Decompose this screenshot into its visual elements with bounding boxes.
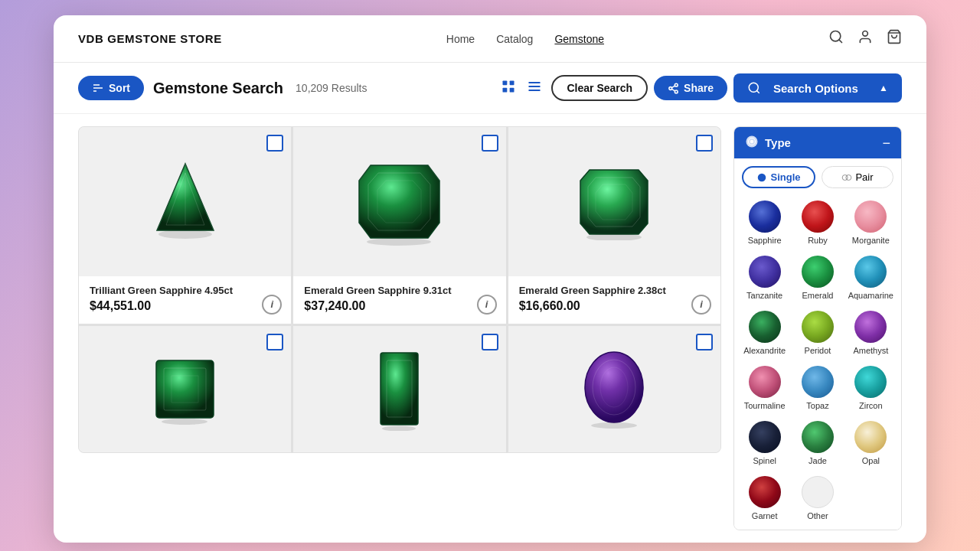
type-section-header: Type − — [734, 127, 901, 158]
svg-point-50 — [750, 140, 754, 144]
gem-type-item[interactable]: Topaz — [792, 361, 843, 415]
product-card — [78, 325, 292, 453]
gem-type-item[interactable]: Ruby — [792, 196, 843, 249]
gem-label: Aquamarine — [848, 291, 893, 300]
gem-circle — [749, 366, 781, 398]
product-image — [79, 326, 291, 452]
svg-rect-37 — [156, 360, 214, 418]
gem-type-item[interactable]: Aquamarine — [845, 251, 897, 305]
single-type-button[interactable]: Single — [742, 166, 815, 188]
expand-icon: ▲ — [879, 83, 888, 93]
gem-type-item[interactable]: Alexandrite — [739, 306, 790, 360]
gem-label: Other — [807, 511, 828, 520]
search-title: Gemstone Search — [153, 80, 283, 97]
svg-rect-7 — [503, 80, 508, 85]
svg-line-1 — [839, 40, 842, 43]
gem-type-item[interactable]: Spinel — [739, 416, 790, 470]
product-image — [79, 127, 291, 276]
clear-search-button[interactable]: Clear Search — [551, 75, 648, 101]
grid-view-icon[interactable] — [498, 77, 519, 99]
gem-circle — [802, 366, 834, 398]
type-section-icon — [745, 135, 759, 151]
product-checkbox[interactable] — [482, 135, 498, 152]
info-button[interactable]: i — [262, 295, 282, 315]
gem-oval-purple — [580, 347, 648, 430]
gem-circle — [854, 256, 887, 288]
share-button[interactable]: Share — [654, 76, 727, 100]
app-window: VDB GEMSTONE STORE Home Catalog Gemstone… — [54, 15, 926, 543]
gem-label: Alexandrite — [743, 346, 786, 355]
svg-point-47 — [591, 422, 637, 429]
gem-type-item[interactable]: Tourmaline — [739, 361, 790, 415]
gem-type-item[interactable]: Opal — [845, 416, 897, 470]
svg-rect-8 — [510, 80, 514, 85]
sort-button[interactable]: Sort — [78, 76, 144, 100]
type-toggle: Single Pair — [734, 158, 901, 193]
nav-gemstone[interactable]: Gemstone — [554, 33, 604, 45]
type-label: Type — [765, 136, 882, 149]
svg-line-18 — [671, 86, 675, 87]
gem-circle-other — [802, 476, 834, 508]
gem-label: Spinel — [753, 456, 776, 465]
pair-type-button[interactable]: Pair — [822, 166, 893, 188]
cart-icon[interactable] — [887, 29, 902, 48]
logo: VDB GEMSTONE STORE — [78, 32, 222, 45]
product-checkbox[interactable] — [696, 135, 713, 152]
gem-label: Jade — [808, 456, 827, 465]
info-button[interactable]: i — [477, 295, 497, 315]
product-checkbox[interactable] — [266, 135, 283, 152]
gem-type-item[interactable]: Morganite — [845, 196, 897, 249]
product-card: Emerald Green Sapphire 2.38ct $16,660.00… — [508, 126, 721, 324]
gem-type-item[interactable]: Garnet — [739, 471, 790, 525]
collapse-icon[interactable]: − — [882, 136, 890, 150]
gem-type-item[interactable]: Jade — [792, 416, 843, 470]
svg-point-43 — [382, 426, 416, 432]
gem-circle — [749, 311, 781, 343]
gem-circle — [749, 201, 781, 233]
list-view-icon[interactable] — [524, 77, 545, 99]
gem-type-item[interactable]: Emerald — [792, 251, 843, 305]
gem-circle — [802, 311, 834, 343]
info-button[interactable]: i — [691, 295, 711, 315]
gem-type-item[interactable]: Peridot — [792, 306, 843, 360]
product-card: Trilliant Green Sapphire 4.95ct $44,551.… — [78, 126, 292, 324]
product-checkbox[interactable] — [482, 334, 498, 350]
gem-circle — [854, 201, 887, 233]
header-icons — [828, 29, 902, 48]
product-name: Emerald Green Sapphire 9.31ct — [304, 284, 495, 298]
gem-label: Zircon — [859, 401, 883, 410]
search-icon[interactable] — [828, 29, 844, 48]
gem-label: Topaz — [806, 401, 828, 410]
product-name: Emerald Green Sapphire 2.38ct — [519, 284, 710, 298]
nav-catalog[interactable]: Catalog — [496, 33, 533, 45]
gem-type-item[interactable]: Tanzanite — [739, 251, 790, 305]
gem-emerald-cut-green — [355, 158, 443, 246]
svg-marker-33 — [580, 170, 648, 234]
gem-label: Tanzanite — [746, 291, 782, 300]
svg-point-32 — [367, 238, 431, 246]
gem-label: Garnet — [752, 511, 778, 520]
gem-circle — [854, 311, 887, 343]
search-options-bar[interactable]: Search Options ▲ — [733, 73, 902, 103]
svg-marker-27 — [359, 165, 439, 238]
svg-point-14 — [675, 83, 678, 86]
product-card: Emerald Green Sapphire 9.31ct $37,240.00… — [292, 126, 506, 324]
type-section: Type − Single Pair Sapphire — [733, 126, 902, 530]
product-checkbox[interactable] — [696, 334, 713, 350]
svg-line-20 — [756, 90, 759, 93]
svg-point-19 — [749, 83, 758, 92]
nav-home[interactable]: Home — [446, 33, 475, 45]
gem-circle — [749, 256, 781, 288]
gem-circle — [749, 421, 781, 453]
gem-type-item[interactable]: Amethyst — [845, 306, 897, 360]
gem-type-item[interactable]: Sapphire — [739, 196, 790, 249]
svg-point-26 — [158, 230, 212, 239]
product-checkbox[interactable] — [266, 334, 283, 350]
gem-type-item[interactable]: Zircon — [845, 361, 897, 415]
gem-label: Emerald — [802, 291, 834, 300]
gem-label: Opal — [862, 456, 880, 465]
user-icon[interactable] — [858, 29, 873, 48]
svg-point-53 — [846, 174, 851, 180]
svg-line-17 — [671, 89, 675, 90]
gem-type-item[interactable]: Other — [792, 471, 843, 525]
